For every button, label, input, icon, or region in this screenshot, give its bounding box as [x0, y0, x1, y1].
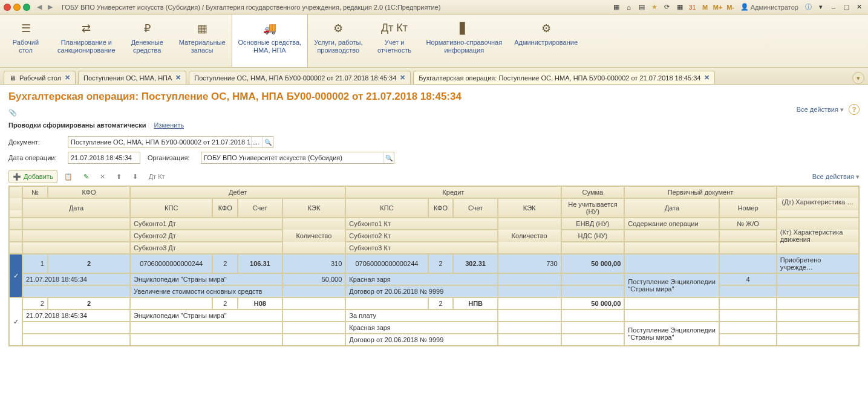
col-date[interactable]: Дата — [22, 198, 130, 218]
forward-icon[interactable]: ▶ — [45, 2, 56, 13]
col-sub2kt[interactable]: Субконто2 Кт — [345, 230, 497, 242]
nav-planning[interactable]: ⇄Планирование и санкционирование — [51, 15, 122, 67]
nav-assets[interactable]: 🚚Основные средства, НМА, НПА — [232, 15, 308, 67]
attachment-icon[interactable]: 📎 — [8, 109, 860, 117]
col-kt-char[interactable]: (Кт) Характеристика движения — [777, 218, 859, 254]
star-icon[interactable]: ★ — [649, 2, 660, 13]
col-doc-date[interactable]: Дата — [624, 198, 719, 218]
calendar-icon[interactable]: 31 — [687, 2, 698, 13]
calc-icon[interactable]: ▦ — [674, 2, 685, 13]
tab-operation[interactable]: Бухгалтерская операция: Поступление ОС, … — [413, 71, 715, 84]
tabs-expand-icon[interactable]: ▾ — [852, 72, 864, 84]
table-row[interactable]: 21.07.2018 18:45:34 Энциклопедии "Страны… — [9, 273, 859, 285]
col-no[interactable]: № — [22, 186, 48, 198]
history-icon[interactable]: ⟳ — [662, 2, 673, 13]
change-link[interactable]: Изменить — [154, 122, 184, 129]
table-row[interactable]: Увеличение стоимости основных средств До… — [9, 285, 859, 297]
col-sum[interactable]: Сумма — [561, 186, 625, 198]
all-actions-menu[interactable]: Все действия — [797, 106, 844, 114]
min-icon[interactable]: – — [828, 2, 839, 13]
restore-icon[interactable]: ▢ — [841, 2, 852, 13]
home-icon[interactable]: ⌂ — [624, 2, 635, 13]
tab-close-icon[interactable]: ✕ — [175, 74, 181, 82]
help-icon[interactable]: ? — [849, 104, 860, 115]
col-credit[interactable]: Кредит — [345, 186, 561, 198]
doc-input[interactable]: Поступление ОС, НМА, НПА БУ00-000002 от … — [68, 136, 273, 148]
col-sub3kt[interactable]: Субконто3 Кт — [345, 242, 497, 254]
col-kps-dt[interactable]: КПС — [130, 198, 212, 218]
tab-close-icon[interactable]: ✕ — [65, 74, 70, 82]
org-input[interactable]: ГОБУ ВПО Университет искусств (Субсидия)… — [201, 152, 394, 164]
move-down-button[interactable]: ⬇ — [128, 170, 142, 183]
tab-list[interactable]: Поступления ОС, НМА, НПА✕ — [78, 71, 186, 84]
grid-icon[interactable]: ▦ — [611, 2, 622, 13]
move-up-button[interactable]: ⬆ — [112, 170, 126, 183]
col-dt-char[interactable]: (Дт) Характеристика … — [777, 186, 859, 218]
close-window-icon[interactable] — [4, 4, 11, 11]
dropdown-icon[interactable]: ▾ — [815, 2, 826, 13]
all-actions-table[interactable]: Все действия — [812, 173, 860, 181]
col-sub1kt[interactable]: Субконто1 Кт — [345, 218, 497, 230]
select-icon[interactable]: … — [251, 137, 262, 148]
col-kek-kt[interactable]: КЭК — [498, 198, 561, 218]
table-row[interactable]: 21.07.2018 18:45:34 Энциклопедии "Страны… — [9, 310, 859, 322]
col-content[interactable]: Содержание операции — [624, 218, 719, 230]
m-minus-icon[interactable]: M- — [725, 2, 736, 13]
m-plus-icon[interactable]: M+ — [713, 2, 723, 13]
col-envd[interactable]: ЕНВД (НУ) — [561, 218, 625, 230]
nav-desktop[interactable]: ☰Рабочий стол — [0, 15, 51, 67]
edit-button[interactable]: ✎ — [79, 170, 93, 183]
table-row[interactable]: ✓ 2 2 2 Н08 2 НПВ 50 000,00 — [9, 297, 859, 310]
delete-button[interactable]: ✕ — [96, 170, 109, 183]
add-button[interactable]: ➕ Добавить — [8, 170, 57, 183]
col-qty-dt[interactable]: Количество — [282, 218, 346, 254]
tab-close-icon[interactable]: ✕ — [400, 74, 405, 82]
minimize-window-icon[interactable] — [13, 4, 21, 11]
col-kps-kt[interactable]: КПС — [345, 198, 428, 218]
dtkt-button[interactable]: Дт Кт — [145, 170, 169, 183]
col-prim-doc[interactable]: Первичный документ — [624, 186, 776, 198]
row-marker[interactable]: ✓ — [9, 297, 22, 346]
col-sub3dt[interactable]: Субконто3 Дт — [130, 242, 282, 254]
col-kfo-dt[interactable]: КФО — [212, 198, 238, 218]
col-qty-kt[interactable]: Количество — [498, 218, 561, 254]
tab-desktop[interactable]: 🖥Рабочий стол✕ — [4, 71, 76, 84]
nav-money[interactable]: ₽Денежные средства — [122, 15, 173, 67]
col-sub1dt[interactable]: Субконто1 Дт — [130, 218, 282, 230]
nav-admin[interactable]: ⚙Администрирование — [508, 15, 584, 67]
admin-menu[interactable]: 👤 Администратор — [738, 2, 801, 13]
close-icon[interactable]: ✕ — [853, 2, 864, 13]
col-kfo-kt[interactable]: КФО — [428, 198, 454, 218]
col-acc-dt[interactable]: Счет — [238, 198, 282, 218]
col-kfo[interactable]: КФО — [48, 186, 130, 198]
nav-services[interactable]: ⚙Услуги, работы, производство — [308, 15, 368, 67]
table-row[interactable]: ✓ 1 2 07060000000000244 2 106.31 310 070… — [9, 254, 859, 273]
row-marker[interactable]: ✓ — [9, 254, 22, 297]
nav-reference[interactable]: ▋Нормативно-справочная информация — [420, 15, 508, 67]
col-sub2dt[interactable]: Субконто2 Дт — [130, 230, 282, 242]
back-icon[interactable]: ◀ — [34, 2, 45, 13]
open-icon[interactable]: 🔍 — [262, 137, 273, 148]
col-acc-kt[interactable]: Счет — [453, 198, 497, 218]
doc-icon[interactable]: ▤ — [636, 2, 647, 13]
open-icon[interactable]: 🔍 — [383, 152, 394, 163]
table-row[interactable]: Договор от 20.06.2018 № 9999 — [9, 334, 859, 346]
info-icon[interactable]: ⓘ — [803, 2, 814, 13]
tab-close-icon[interactable]: ✕ — [704, 74, 710, 82]
nav-accounting[interactable]: Дт КтУчет и отчетность — [368, 15, 420, 67]
col-marker[interactable] — [9, 186, 22, 218]
table-row[interactable]: Красная заря Поступление Энциклопедии "С… — [9, 322, 859, 334]
col-nds[interactable]: НДС (НУ) — [561, 230, 625, 242]
nav-materials[interactable]: ▦Материальные запасы — [173, 15, 232, 67]
date-input[interactable]: 21.07.2018 18:45:34 — [68, 152, 140, 164]
auto-postings-label: Проводки сформированы автоматически — [8, 122, 146, 129]
maximize-window-icon[interactable] — [23, 4, 30, 11]
tab-doc[interactable]: Поступление ОС, НМА, НПА БУ00-000002 от … — [189, 71, 411, 84]
copy-button[interactable]: 📋 — [60, 170, 77, 183]
col-kek-dt[interactable]: КЭК — [282, 198, 346, 218]
col-doc-no[interactable]: Номер — [719, 198, 776, 218]
col-jo[interactable]: № Ж/О — [719, 218, 776, 230]
m-icon[interactable]: M — [700, 2, 711, 13]
col-debit[interactable]: Дебет — [130, 186, 345, 198]
col-no-nu[interactable]: Не учитывается (НУ) — [561, 198, 625, 218]
